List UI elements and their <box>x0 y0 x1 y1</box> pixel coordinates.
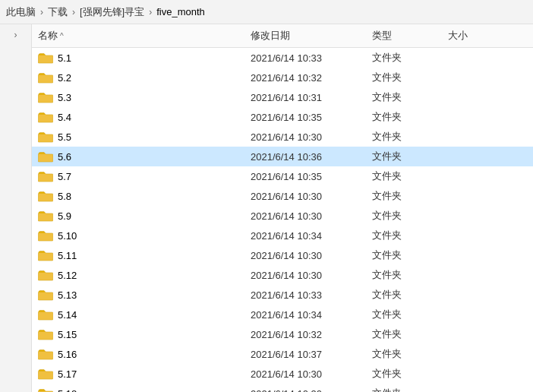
file-name-cell: 5.9 <box>38 210 251 222</box>
folder-icon <box>38 170 53 182</box>
file-type: 文件夹 <box>372 90 448 104</box>
breadcrumb-sep-1: › <box>40 7 43 17</box>
table-row[interactable]: 5.182021/6/14 10:30文件夹 <box>32 384 533 392</box>
file-date: 2021/6/14 10:30 <box>251 368 372 380</box>
file-date: 2021/6/14 10:32 <box>251 329 372 340</box>
file-date: 2021/6/14 10:34 <box>251 309 372 321</box>
file-date: 2021/6/14 10:30 <box>251 191 372 202</box>
table-row[interactable]: 5.102021/6/14 10:34文件夹 <box>32 226 533 245</box>
column-headers: 名称 ^ 修改日期 类型 大小 <box>32 24 533 48</box>
file-type: 文件夹 <box>372 387 448 392</box>
file-name-text: 5.18 <box>58 388 77 393</box>
file-name-text: 5.12 <box>58 270 77 281</box>
breadcrumb-item-computer[interactable]: 此电脑 <box>6 5 36 19</box>
breadcrumb-sep-3: › <box>149 7 152 17</box>
folder-icon <box>38 368 53 380</box>
file-name-text: 5.3 <box>58 92 71 103</box>
file-date: 2021/6/14 10:36 <box>251 151 372 163</box>
folder-icon <box>38 308 53 321</box>
file-name-text: 5.2 <box>58 72 71 84</box>
file-name-cell: 5.5 <box>38 131 251 143</box>
file-type: 文件夹 <box>372 248 448 262</box>
table-row[interactable]: 5.22021/6/14 10:32文件夹 <box>32 68 533 87</box>
col-size-label: 大小 <box>448 29 468 43</box>
file-name-text: 5.15 <box>58 329 77 340</box>
file-name-text: 5.1 <box>58 52 71 64</box>
file-date: 2021/6/14 10:34 <box>251 230 372 242</box>
file-type: 文件夹 <box>372 308 448 321</box>
col-header-type[interactable]: 类型 <box>372 29 448 43</box>
folder-icon <box>38 210 53 222</box>
file-name-cell: 5.2 <box>38 71 251 84</box>
file-name-text: 5.6 <box>58 151 71 163</box>
sidebar-expand-arrow[interactable]: › <box>8 27 24 43</box>
breadcrumb-item-folder[interactable]: [强网先锋]寻宝 <box>80 5 144 19</box>
folder-icon <box>38 348 53 360</box>
main-layout: › 名称 ^ 修改日期 类型 大小 5.12021/6/14 10:33文件夹5… <box>0 24 533 392</box>
table-row[interactable]: 5.152021/6/14 10:32文件夹 <box>32 324 533 344</box>
breadcrumb-item-current[interactable]: five_month <box>156 6 205 17</box>
file-name-text: 5.5 <box>58 131 71 143</box>
table-row[interactable]: 5.42021/6/14 10:35文件夹 <box>32 107 533 127</box>
table-row[interactable]: 5.142021/6/14 10:34文件夹 <box>32 305 533 324</box>
col-date-label: 修改日期 <box>251 29 290 43</box>
table-row[interactable]: 5.112021/6/14 10:30文件夹 <box>32 245 533 265</box>
file-date: 2021/6/14 10:32 <box>251 72 372 84</box>
col-header-size[interactable]: 大小 <box>448 29 509 43</box>
file-date: 2021/6/14 10:30 <box>251 131 372 143</box>
file-name-cell: 5.6 <box>38 150 251 163</box>
folder-icon <box>38 249 53 261</box>
file-date: 2021/6/14 10:31 <box>251 92 372 103</box>
col-header-date[interactable]: 修改日期 <box>251 29 372 43</box>
folder-icon <box>38 229 53 242</box>
col-name-label: 名称 <box>38 29 58 43</box>
table-row[interactable]: 5.82021/6/14 10:30文件夹 <box>32 186 533 206</box>
file-type: 文件夹 <box>372 189 448 203</box>
file-name-text: 5.14 <box>58 309 77 321</box>
folder-icon <box>38 71 53 84</box>
table-row[interactable]: 5.122021/6/14 10:30文件夹 <box>32 265 533 285</box>
file-name-text: 5.8 <box>58 191 71 202</box>
file-name-cell: 5.8 <box>38 190 251 202</box>
file-name-text: 5.17 <box>58 368 77 380</box>
file-type: 文件夹 <box>372 347 448 361</box>
file-date: 2021/6/14 10:35 <box>251 171 372 182</box>
file-date: 2021/6/14 10:37 <box>251 349 372 360</box>
sidebar: › <box>0 24 32 392</box>
table-row[interactable]: 5.132021/6/14 10:33文件夹 <box>32 285 533 305</box>
file-name-cell: 5.7 <box>38 170 251 182</box>
file-name-cell: 5.17 <box>38 368 251 380</box>
table-row[interactable]: 5.72021/6/14 10:35文件夹 <box>32 166 533 186</box>
file-name-text: 5.9 <box>58 210 71 222</box>
table-row[interactable]: 5.52021/6/14 10:30文件夹 <box>32 127 533 147</box>
file-name-cell: 5.14 <box>38 308 251 321</box>
file-date: 2021/6/14 10:30 <box>251 250 372 261</box>
file-name-cell: 5.4 <box>38 111 251 123</box>
file-name-cell: 5.11 <box>38 249 251 261</box>
folder-icon <box>38 328 53 340</box>
file-type: 文件夹 <box>372 209 448 223</box>
table-row[interactable]: 5.172021/6/14 10:30文件夹 <box>32 364 533 384</box>
folder-icon <box>38 190 53 202</box>
file-name-cell: 5.18 <box>38 387 251 392</box>
breadcrumb-sep-2: › <box>72 7 75 17</box>
col-header-name[interactable]: 名称 ^ <box>38 29 251 43</box>
file-date: 2021/6/14 10:35 <box>251 112 372 123</box>
table-row[interactable]: 5.32021/6/14 10:31文件夹 <box>32 87 533 107</box>
table-row[interactable]: 5.12021/6/14 10:33文件夹 <box>32 48 533 68</box>
folder-icon <box>38 131 53 143</box>
file-name-text: 5.7 <box>58 171 71 182</box>
file-type: 文件夹 <box>372 268 448 282</box>
table-row[interactable]: 5.92021/6/14 10:30文件夹 <box>32 206 533 226</box>
sort-arrow-name: ^ <box>60 32 64 40</box>
folder-icon <box>38 269 53 281</box>
file-name-cell: 5.12 <box>38 269 251 281</box>
table-row[interactable]: 5.162021/6/14 10:37文件夹 <box>32 344 533 364</box>
file-name-cell: 5.10 <box>38 229 251 242</box>
table-row[interactable]: 5.62021/6/14 10:36文件夹 <box>32 147 533 166</box>
file-type: 文件夹 <box>372 367 448 381</box>
file-date: 2021/6/14 10:33 <box>251 289 372 301</box>
content-area[interactable]: 名称 ^ 修改日期 类型 大小 5.12021/6/14 10:33文件夹5.2… <box>32 24 533 392</box>
breadcrumb-item-download[interactable]: 下载 <box>48 5 68 19</box>
file-type: 文件夹 <box>372 150 448 163</box>
